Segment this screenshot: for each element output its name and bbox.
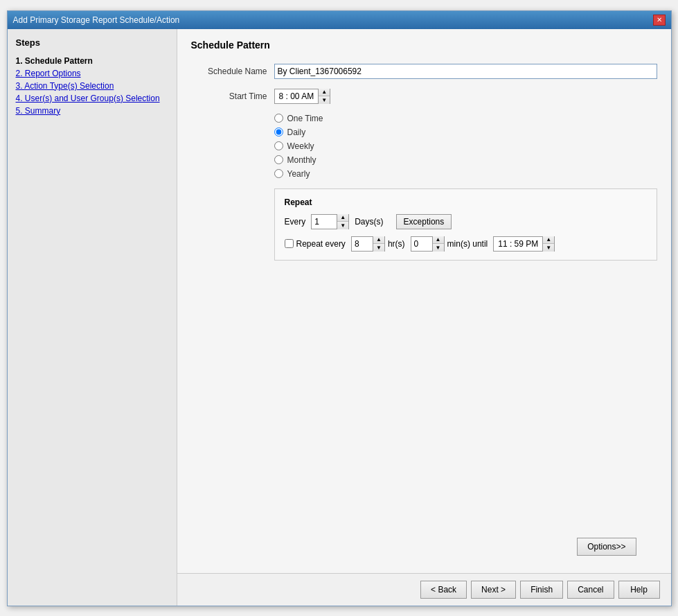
sidebar-step-4-link[interactable]: 4. User(s) and User Group(s) Selection bbox=[16, 94, 160, 103]
until-down-btn[interactable]: ▼ bbox=[543, 244, 554, 252]
schedule-name-row: Schedule Name bbox=[191, 64, 657, 79]
repeat-title: Repeat bbox=[285, 197, 647, 207]
main-dialog: Add Primary Storage Report Schedule/Acti… bbox=[7, 10, 672, 606]
min-down-btn[interactable]: ▼ bbox=[433, 244, 444, 252]
main-content: Schedule Pattern Schedule Name Start Tim… bbox=[177, 29, 671, 573]
options-button[interactable]: Options>> bbox=[577, 538, 636, 556]
sidebar: Steps 1. Schedule Pattern 2. Report Opti… bbox=[8, 29, 177, 606]
radio-yearly: Yearly bbox=[274, 169, 657, 179]
sidebar-step-3-link[interactable]: 3. Action Type(s) Selection bbox=[16, 81, 114, 91]
min-spinner: ▲ ▼ bbox=[432, 236, 444, 252]
back-button[interactable]: < Back bbox=[420, 581, 467, 599]
time-spinner: ▲ ▼ bbox=[318, 89, 330, 104]
dialog-body: Steps 1. Schedule Pattern 2. Report Opti… bbox=[8, 29, 671, 606]
exceptions-button[interactable]: Exceptions bbox=[396, 214, 452, 229]
until-up-btn[interactable]: ▲ bbox=[543, 236, 554, 244]
until-display: 11 : 59 PM bbox=[494, 238, 542, 250]
min-up-btn[interactable]: ▲ bbox=[433, 236, 444, 244]
start-time-label: Start Time bbox=[191, 91, 274, 101]
start-time-row: Start Time 8 : 00 AM ▲ ▼ bbox=[191, 89, 657, 104]
start-time-area: 8 : 00 AM ▲ ▼ bbox=[274, 89, 331, 104]
days-label: Days(s) bbox=[355, 217, 383, 227]
sidebar-step-4: 4. User(s) and User Group(s) Selection bbox=[16, 94, 168, 103]
every-input[interactable] bbox=[312, 215, 337, 229]
until-spinner: ▲ ▼ bbox=[542, 236, 554, 252]
repeat-every-checkbox[interactable] bbox=[285, 239, 294, 248]
form-area: Schedule Name Start Time 8 : 00 AM ▲ ▼ bbox=[191, 64, 657, 538]
radio-monthly: Monthly bbox=[274, 155, 657, 165]
hrs-down-btn[interactable]: ▼ bbox=[373, 244, 384, 252]
sidebar-step-5-link[interactable]: 5. Summary bbox=[16, 106, 61, 116]
min-input[interactable] bbox=[411, 237, 432, 251]
content-wrapper: Schedule Pattern Schedule Name Start Tim… bbox=[177, 29, 671, 606]
radio-onetime-input[interactable] bbox=[274, 114, 283, 123]
radio-weekly: Weekly bbox=[274, 141, 657, 151]
every-input-spinner: ▲ ▼ bbox=[311, 214, 349, 229]
radio-daily-input[interactable] bbox=[274, 127, 283, 137]
sidebar-step-5: 5. Summary bbox=[16, 106, 168, 116]
hrs-input-spinner: ▲ ▼ bbox=[351, 236, 385, 252]
hrs-label: hr(s) bbox=[388, 239, 405, 249]
next-button[interactable]: Next > bbox=[471, 581, 516, 599]
repeat-box: Repeat Every ▲ ▼ Days(s) bbox=[274, 188, 657, 261]
radio-daily-label: Daily bbox=[287, 127, 306, 137]
radio-onetime: One Time bbox=[274, 114, 657, 123]
radio-onetime-label: One Time bbox=[287, 114, 323, 123]
schedule-name-label: Schedule Name bbox=[191, 67, 274, 76]
time-up-btn[interactable]: ▲ bbox=[319, 89, 330, 96]
help-button[interactable]: Help bbox=[618, 581, 660, 599]
sidebar-step-1-label: 1. Schedule Pattern bbox=[16, 56, 93, 66]
repeat-every-label: Repeat every bbox=[296, 239, 346, 249]
dialog-footer: < Back Next > Finish Cancel Help bbox=[177, 573, 671, 606]
until-input-container: 11 : 59 PM ▲ ▼ bbox=[493, 236, 555, 252]
min-label: min(s) until bbox=[447, 239, 488, 249]
radio-yearly-input[interactable] bbox=[274, 169, 283, 178]
hrs-up-btn[interactable]: ▲ bbox=[373, 236, 384, 244]
finish-button[interactable]: Finish bbox=[520, 581, 563, 599]
radio-daily: Daily bbox=[274, 127, 657, 137]
options-area: Options>> bbox=[191, 538, 657, 563]
repeat-every-row: Repeat every ▲ ▼ hr(s) bbox=[285, 236, 647, 252]
radio-monthly-label: Monthly bbox=[287, 155, 316, 165]
every-up-btn[interactable]: ▲ bbox=[337, 214, 348, 222]
radio-monthly-input[interactable] bbox=[274, 155, 283, 164]
every-down-btn[interactable]: ▼ bbox=[337, 222, 348, 229]
title-bar-text: Add Primary Storage Report Schedule/Acti… bbox=[13, 15, 180, 25]
every-row: Every ▲ ▼ Days(s) Exceptions bbox=[285, 214, 647, 229]
hrs-input[interactable] bbox=[352, 237, 373, 251]
every-label: Every bbox=[285, 217, 306, 227]
time-down-btn[interactable]: ▼ bbox=[319, 96, 330, 104]
time-input-container: 8 : 00 AM ▲ ▼ bbox=[274, 89, 331, 104]
title-bar: Add Primary Storage Report Schedule/Acti… bbox=[8, 11, 671, 29]
sidebar-heading: Steps bbox=[16, 37, 168, 48]
time-display: 8 : 00 AM bbox=[275, 90, 319, 103]
cancel-button[interactable]: Cancel bbox=[567, 581, 614, 599]
min-input-spinner: ▲ ▼ bbox=[411, 236, 445, 252]
radio-weekly-label: Weekly bbox=[287, 141, 314, 151]
section-title: Schedule Pattern bbox=[191, 39, 657, 53]
sidebar-step-3: 3. Action Type(s) Selection bbox=[16, 81, 168, 91]
sidebar-step-2-link[interactable]: 2. Report Options bbox=[16, 69, 81, 78]
sidebar-step-2: 2. Report Options bbox=[16, 69, 168, 78]
radio-weekly-input[interactable] bbox=[274, 141, 283, 150]
close-button[interactable]: ✕ bbox=[653, 15, 666, 26]
hrs-spinner: ▲ ▼ bbox=[373, 236, 384, 252]
radio-section: One Time Daily Weekly Monthly bbox=[274, 114, 657, 179]
every-spinner: ▲ ▼ bbox=[337, 214, 348, 229]
schedule-name-input[interactable] bbox=[274, 64, 657, 79]
radio-yearly-label: Yearly bbox=[287, 169, 310, 179]
sidebar-step-1: 1. Schedule Pattern bbox=[16, 56, 168, 66]
